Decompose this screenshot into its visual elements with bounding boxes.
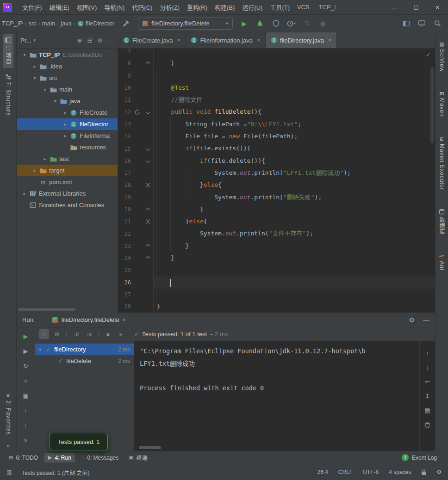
code-text[interactable]: } — [153, 57, 435, 69]
inspections-ok-icon[interactable]: ✓ — [426, 51, 431, 58]
tree-item-.idea[interactable]: ▸.idea — [17, 61, 118, 72]
fold-marker-icon[interactable] — [143, 182, 153, 188]
lock-icon[interactable] — [421, 469, 426, 475]
stripe-button-maven[interactable]: mMaven — [437, 87, 447, 120]
dump-button[interactable]: ▣ — [21, 391, 31, 400]
close-icon[interactable]: × — [328, 37, 331, 43]
tree-item-resources[interactable]: resources — [17, 142, 118, 153]
tree-item-FileCreate[interactable]: ▸CFileCreate — [17, 107, 118, 118]
fold-marker-icon[interactable] — [143, 111, 153, 114]
build-hammer-icon[interactable] — [120, 18, 131, 29]
fold-marker-icon[interactable] — [143, 208, 153, 211]
tree-item-pom.xml[interactable]: mpom.xml — [17, 176, 118, 188]
code-text[interactable] — [153, 277, 435, 289]
run-with-coverage-icon[interactable] — [270, 18, 281, 29]
layout-icon[interactable] — [400, 18, 412, 29]
tree-arrow-icon[interactable]: ▸ — [41, 156, 49, 161]
tree-arrow-icon[interactable]: ▾ — [31, 75, 39, 80]
tree-item-test[interactable]: ▸test — [17, 153, 118, 165]
tree-arrow-icon[interactable]: ▾ — [20, 52, 29, 57]
code-text[interactable]: } — [153, 301, 435, 313]
tree-arrow-icon[interactable]: ▸ — [31, 168, 39, 173]
editor-scrollbar[interactable] — [430, 67, 434, 143]
code-text[interactable]: String filePath ="D:\\LFY1.txt"; — [153, 118, 435, 130]
tree-item-ScratchesandConsoles[interactable]: Scratches and Consoles — [17, 199, 118, 211]
menu-item[interactable]: 分析(Z) — [156, 0, 183, 14]
fold-down-icon[interactable] — [146, 110, 150, 114]
scroll-end-icon[interactable]: ↧ — [425, 392, 430, 400]
auto-test-button[interactable]: ↻ — [21, 361, 31, 371]
down-button[interactable]: ↓ — [21, 420, 31, 430]
breadcrumb-item[interactable]: CfileDirector — [77, 20, 114, 27]
menu-item[interactable]: 编辑(E) — [46, 0, 73, 14]
tree-item-src[interactable]: ▾src — [17, 72, 118, 84]
editor-tab[interactable]: CfileDirectory.java× — [266, 32, 337, 48]
tree-item-fileDirector[interactable]: ▸CfileDirector — [17, 118, 118, 130]
tree-arrow-icon[interactable]: ▸ — [61, 122, 69, 127]
code-text[interactable]: } — [153, 203, 435, 215]
editor-tab[interactable]: CFileInformation.java× — [186, 32, 265, 48]
code-text[interactable]: System.out.println("LFY1.txt删除成功"); — [153, 167, 435, 179]
toolwindow-button-run[interactable]: ▶4: Run — [44, 453, 75, 462]
tree-arrow-icon[interactable]: ▸ — [61, 110, 69, 115]
collapse-icon[interactable]: ⊟ — [87, 37, 92, 44]
close-icon[interactable]: × — [177, 37, 180, 43]
more-icon[interactable]: » — [116, 329, 126, 339]
fold-up-icon[interactable] — [146, 222, 150, 225]
show-ignored-icon[interactable]: ⊘ — [52, 329, 62, 339]
file-encoding[interactable]: UTF-8 — [363, 469, 379, 475]
stop-button[interactable]: ■ — [21, 376, 31, 386]
more-button[interactable]: » — [21, 435, 31, 445]
editor-tab[interactable]: CFileCreate.java× — [118, 32, 186, 48]
code-text[interactable]: }else{ — [153, 179, 435, 191]
code-text[interactable]: @Test — [153, 82, 435, 94]
stripe-button-database[interactable]: 数据库 — [436, 205, 447, 238]
code-editor[interactable]: 78 }910 @Test11 //删除文件12 public void fil… — [118, 49, 435, 313]
stripe-button-sciview[interactable]: ▦SciView — [437, 38, 447, 75]
menu-item[interactable]: 重构(R) — [183, 0, 211, 14]
tree-item-FileInforma[interactable]: ▸CFileInforma — [17, 130, 118, 142]
code-text[interactable]: if(file.delete()){ — [153, 155, 435, 167]
tree-item-main[interactable]: ▾main — [17, 84, 118, 95]
code-text[interactable]: if(file.exists()){ — [153, 142, 435, 154]
code-text[interactable]: }else{ — [153, 215, 435, 228]
tree-item-TCP_IP[interactable]: ▾TCP_IPE:\download\Du — [17, 49, 118, 61]
settings-gear-icon[interactable]: ⚙ — [409, 316, 415, 324]
debug-bug-icon[interactable] — [254, 18, 266, 29]
event-log-button[interactable]: 1 Event Log — [402, 454, 437, 461]
fold-up-icon[interactable] — [146, 62, 150, 65]
rerun-failed-button[interactable]: ▶ — [21, 346, 31, 356]
fold-marker-icon[interactable] — [143, 257, 153, 259]
close-button[interactable]: × — [427, 0, 448, 14]
terminal-icon[interactable] — [416, 18, 428, 29]
project-horizontal-scrollbar[interactable] — [18, 308, 75, 311]
console-horizontal-scrollbar[interactable] — [139, 446, 161, 449]
close-icon[interactable]: × — [257, 37, 260, 43]
run-configuration-combo[interactable]: fileDirectory.fileDelete ▾ — [138, 18, 233, 30]
fold-marker-icon[interactable] — [143, 148, 153, 150]
menu-item[interactable]: 文件(F) — [19, 0, 46, 14]
code-text[interactable]: File file = new File(filePath); — [153, 130, 435, 142]
fold-down-icon[interactable] — [146, 147, 150, 150]
test-row-fileDelete[interactable]: ✓fileDelete2 ms — [35, 355, 134, 367]
up-button[interactable]: ↑ — [21, 406, 31, 415]
stripe-button-structure[interactable]: 7: Structure — [4, 71, 13, 119]
fold-marker-icon[interactable] — [143, 160, 153, 162]
project-view-dropdown[interactable]: Pr... — [20, 37, 31, 44]
menu-item[interactable]: 视图(V) — [73, 0, 100, 14]
menu-item[interactable]: 构建(B) — [211, 0, 238, 14]
run-tab[interactable]: fileDirectory.fileDelete × — [52, 316, 125, 323]
down-icon[interactable]: ↓ — [426, 363, 429, 372]
show-passed-icon[interactable]: ✓ — [39, 329, 49, 339]
breadcrumb-item[interactable]: TCP_IP — [2, 20, 23, 27]
settings-icon[interactable]: ⚙ — [97, 37, 103, 44]
tree-arrow-icon[interactable]: ▸ — [20, 191, 29, 196]
run-console[interactable]: "C:\Program Files\Eclipse Foundation\jdk… — [134, 341, 419, 451]
breadcrumb-item[interactable]: src — [29, 20, 37, 27]
fold-marker-icon[interactable] — [143, 62, 153, 65]
tree-arrow-icon[interactable]: ▸ — [61, 133, 69, 138]
tree-arrow-icon[interactable]: ▾ — [39, 347, 46, 352]
menu-item[interactable]: 运行(U) — [238, 0, 266, 14]
code-text[interactable] — [153, 70, 435, 82]
rerun-button[interactable]: ▶ — [21, 332, 31, 341]
